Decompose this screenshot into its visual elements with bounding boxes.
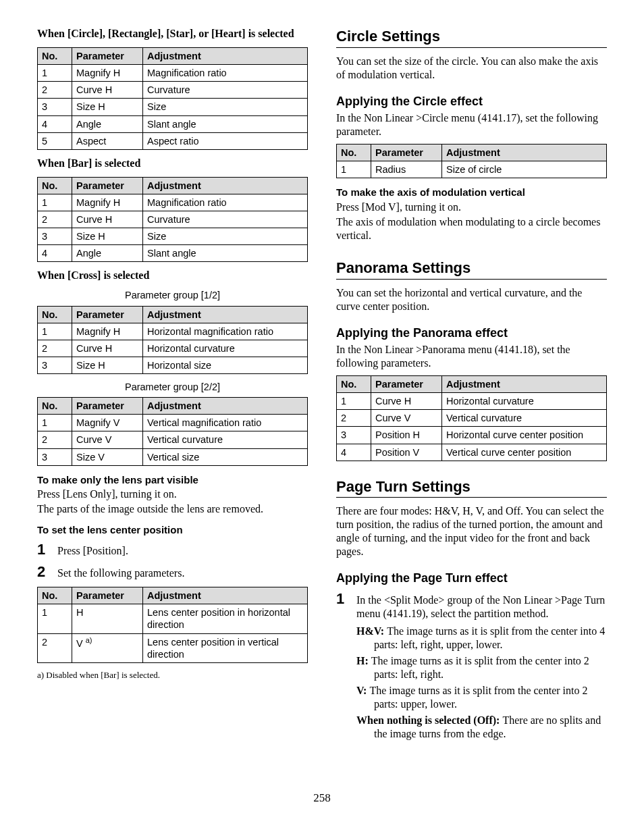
th-adj: Adjustment: [442, 145, 607, 161]
right-column: Circle Settings You can set the size of …: [336, 27, 607, 750]
left-column: When [Circle], [Rectangle], [Star], or […: [37, 27, 308, 750]
step-text: In the <Split Mode> group of the Non Lin…: [356, 594, 605, 619]
def-body: The image turns as it is split from the …: [374, 625, 605, 650]
cell-adj: Size of circle: [442, 161, 607, 178]
th-no: No.: [38, 398, 72, 415]
cell-adj: Lens center position in vertical directi…: [143, 633, 308, 662]
cell-param: Angle: [72, 245, 143, 262]
th-param: Parameter: [371, 145, 442, 161]
axis-line1: Press [Mod V], turning it on.: [336, 201, 607, 214]
cell-param: Size H: [72, 357, 143, 373]
cell-adj: Size: [143, 228, 308, 245]
th-param: Parameter: [72, 306, 143, 323]
cell-no: 2: [337, 410, 371, 427]
heading-cross: When [Cross] is selected: [37, 269, 308, 282]
panorama-intro: You can set the horizontal and vertical …: [336, 286, 607, 313]
cell-no: 3: [38, 448, 72, 465]
cell-adj: Magnification ratio: [143, 194, 308, 211]
lens-center-steps: 1 Press [Position]. 2 Set the following …: [37, 542, 308, 580]
table-panorama: No.ParameterAdjustment 1Curve HHorizonta…: [336, 375, 607, 461]
cell-no: 4: [337, 444, 371, 461]
th-no: No.: [337, 376, 371, 393]
cell-no: 4: [38, 245, 72, 262]
cell-adj: Vertical size: [143, 448, 308, 465]
th-adj: Adjustment: [143, 48, 308, 65]
cell-adj: Magnification ratio: [143, 65, 308, 82]
cell-adj: Slant angle: [143, 115, 308, 132]
def-term: H&V:: [356, 625, 387, 637]
cell-no: 2: [38, 431, 72, 448]
step-text: Press [Position].: [57, 544, 308, 558]
section-panorama-settings: Panorama Settings: [336, 259, 607, 280]
cell-adj: Vertical curve center position: [442, 444, 607, 461]
cell-no: 4: [38, 115, 72, 132]
cell-no: 5: [38, 132, 72, 149]
step-item: 1 In the <Split Mode> group of the Non L…: [336, 592, 607, 743]
th-adj: Adjustment: [143, 177, 308, 194]
cell-no: 2: [38, 82, 72, 99]
cell-adj: Horizontal size: [143, 357, 308, 373]
def-body: The image turns as it is split from the …: [369, 685, 587, 710]
step-text: Set the following parameters.: [57, 567, 308, 580]
page-number: 258: [37, 791, 607, 805]
cell-no: 1: [337, 161, 371, 178]
cell-adj: Horizontal curvature: [143, 340, 308, 357]
heading-lens-only: To make only the lens part visible: [37, 474, 308, 487]
heading-apply-circle: Applying the Circle effect: [336, 94, 607, 109]
cell-no: 3: [38, 99, 72, 115]
cell-adj: Horizontal magnification ratio: [143, 323, 308, 340]
cell-param: Curve V: [371, 410, 442, 427]
def-v: V: The image turns as it is split from t…: [356, 684, 607, 711]
th-param: Parameter: [72, 48, 143, 65]
cell-adj: Horizontal curvature: [442, 393, 607, 410]
cell-adj: Vertical curvature: [143, 431, 308, 448]
cell-param: Size H: [72, 99, 143, 115]
th-adj: Adjustment: [143, 398, 308, 415]
heading-axis-vertical: To make the axis of modulation vertical: [336, 186, 607, 199]
heading-lens-center: To set the lens center position: [37, 524, 308, 537]
heading-apply-page-turn: Applying the Page Turn effect: [336, 571, 607, 586]
table-circle: No.ParameterAdjustment 1RadiusSize of ci…: [336, 144, 607, 178]
cell-no: 1: [38, 65, 72, 82]
section-page-turn-settings: Page Turn Settings: [336, 477, 607, 498]
th-param: Parameter: [72, 177, 143, 194]
step-number-2: 2: [37, 565, 48, 579]
step-number-1: 1: [37, 542, 48, 557]
param-group-1-2: Parameter group [1/2]: [37, 289, 308, 301]
panorama-body: In the Non Linear >Panorama menu (4141.1…: [336, 343, 607, 370]
cell-param: Angle: [72, 115, 143, 132]
cell-param: Magnify V: [72, 415, 143, 431]
heading-circle-rect-star-heart: When [Circle], [Rectangle], [Star], or […: [37, 27, 308, 41]
cell-adj: Aspect ratio: [143, 132, 308, 149]
def-body: The image turns as it is split from the …: [371, 655, 589, 680]
def-hv: H&V: The image turns as it is split from…: [356, 625, 607, 652]
cell-param: V a): [72, 633, 143, 662]
table-bar: No.ParameterAdjustment 1Magnify HMagnifi…: [37, 177, 308, 263]
axis-line2: The axis of modulation when modulating t…: [336, 215, 607, 242]
th-no: No.: [38, 587, 72, 604]
cell-adj: Horizontal curve center position: [442, 427, 607, 444]
def-term: V:: [356, 685, 369, 696]
cell-no: 1: [337, 393, 371, 410]
cell-no: 2: [38, 211, 72, 228]
circle-intro: You can set the size of the circle. You …: [336, 55, 607, 82]
cell-adj: Slant angle: [143, 245, 308, 262]
def-term: When nothing is selected (Off):: [356, 714, 502, 726]
page-turn-steps: 1 In the <Split Mode> group of the Non L…: [336, 592, 607, 743]
th-no: No.: [38, 48, 72, 65]
cell-param: Curve V: [72, 431, 143, 448]
cell-param: Size V: [72, 448, 143, 465]
cell-no: 1: [38, 415, 72, 431]
th-adj: Adjustment: [143, 587, 308, 604]
step-body: In the <Split Mode> group of the Non Lin…: [356, 594, 607, 743]
cell-no: 2: [38, 340, 72, 357]
cell-no: 3: [38, 228, 72, 245]
cell-param: Aspect: [72, 132, 143, 149]
lens-only-line1: Press [Lens Only], turning it on.: [37, 488, 308, 501]
def-off: When nothing is selected (Off): There ar…: [356, 714, 607, 741]
footnote-a: a) Disabled when [Bar] is selected.: [37, 670, 308, 681]
step-number-1: 1: [336, 592, 347, 606]
table-lens-center: No.ParameterAdjustment 1HLens center pos…: [37, 587, 308, 663]
lens-only-line2: The parts of the image outside the lens …: [37, 502, 308, 516]
cell-param: Curve H: [371, 393, 442, 410]
